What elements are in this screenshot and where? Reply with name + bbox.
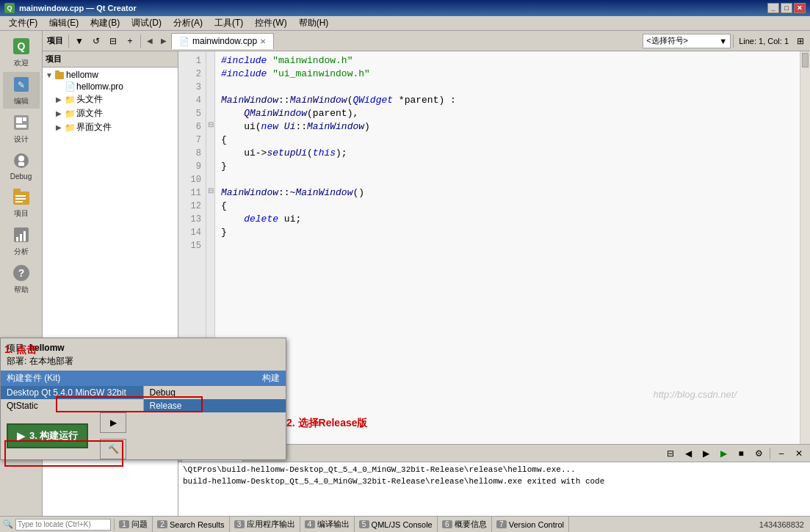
- window-controls[interactable]: _ □ ✕: [767, 3, 806, 13]
- popup-kit-qtstatic[interactable]: QtStatic: [1, 399, 144, 412]
- output-toolbar-btn-2[interactable]: ◀: [680, 445, 696, 462]
- toolbar-sep-3: [733, 34, 734, 48]
- locate-input[interactable]: [15, 519, 111, 531]
- symbol-selector[interactable]: <选择符号> ▼: [643, 34, 731, 48]
- popup-run-only-btn[interactable]: ▶: [100, 412, 126, 433]
- status-num-vc: 7: [496, 520, 507, 528]
- editor-tab-mainwindow[interactable]: 📄 mainwindow.cpp ✕: [171, 33, 274, 49]
- output-sep: [770, 448, 770, 459]
- popup-kit-desktop[interactable]: Desktop Qt 5.4.0 MinGW 32bit: [1, 386, 144, 399]
- tree-headers-name: 头文件: [76, 93, 103, 106]
- status-tab-search[interactable]: 2 Search Results: [153, 517, 230, 532]
- project-tree: ▼ hellomw 📄 hellomw.pro ▶ 📁: [43, 68, 178, 532]
- sidebar-label-design: 设计: [14, 134, 29, 145]
- status-tab-qml[interactable]: 5 QML/JS Console: [355, 517, 438, 532]
- menu-bar: 文件(F) 编辑(E) 构建(B) 调试(D) 分析(A) 工具(T) 控件(W…: [0, 16, 810, 31]
- svg-rect-10: [18, 162, 24, 166]
- menu-build[interactable]: 构建(B): [84, 16, 126, 30]
- svg-rect-7: [16, 125, 26, 128]
- tree-sources[interactable]: ▶ 📁 源文件: [44, 106, 176, 120]
- popup-build-label: 构建: [262, 372, 280, 385]
- output-options-btn[interactable]: ⚙: [751, 445, 767, 462]
- output-toolbar-btn-3[interactable]: ▶: [698, 445, 714, 462]
- popup-deploy-label: 部署: 在本地部署: [7, 356, 73, 366]
- tree-sources-name: 源文件: [76, 107, 103, 120]
- line-col-display: Line: 1, Col: 1: [736, 37, 792, 45]
- tree-pro-file[interactable]: 📄 hellomw.pro: [44, 81, 176, 92]
- tab-nav-right[interactable]: ▶: [157, 34, 170, 48]
- menu-tools[interactable]: 工具(T): [209, 16, 249, 30]
- svg-rect-14: [15, 198, 26, 200]
- minimize-button[interactable]: _: [767, 3, 779, 13]
- popup-extra-btns: ▶ 🔨: [100, 412, 126, 459]
- run-icon: ▶: [17, 430, 25, 442]
- output-close-btn[interactable]: ✕: [791, 445, 807, 462]
- tab-close-icon[interactable]: ✕: [260, 37, 266, 45]
- menu-help[interactable]: 帮助(H): [293, 16, 335, 30]
- status-num-appout: 3: [234, 520, 245, 528]
- editor-vscrollbar[interactable]: [800, 51, 810, 444]
- sidebar-item-analyze[interactable]: 分析: [3, 222, 40, 259]
- popup-build-debug[interactable]: Debug: [144, 386, 286, 399]
- collapse-11[interactable]: ⊟: [206, 186, 214, 200]
- sidebar-item-edit[interactable]: ✎ 编辑: [3, 72, 40, 109]
- sidebar-label-edit: 编辑: [14, 96, 29, 106]
- sidebar-label-debug: Debug: [10, 172, 32, 181]
- svg-rect-12: [13, 189, 21, 193]
- toolbar-split-btn[interactable]: ⊞: [792, 33, 809, 49]
- svg-rect-5: [16, 117, 22, 123]
- tree-sources-arrow: ▶: [56, 109, 65, 117]
- sidebar-item-project[interactable]: 项目: [3, 184, 40, 221]
- maximize-button[interactable]: □: [781, 3, 792, 13]
- status-tab-appout[interactable]: 3 应用程序输出: [230, 517, 300, 532]
- toolbar-sync-btn[interactable]: ↺: [88, 33, 104, 49]
- sidebar-label-project: 项目: [14, 208, 29, 219]
- popup-kit-row-1: Desktop Qt 5.4.0 MinGW 32bit Debug: [1, 386, 286, 399]
- close-button[interactable]: ✕: [794, 3, 806, 13]
- edit-icon: ✎: [11, 74, 32, 95]
- status-right-text: 1434368832: [753, 520, 810, 529]
- menu-controls[interactable]: 控件(W): [249, 16, 292, 30]
- search-icon: 🔍: [3, 520, 13, 529]
- status-tab-vc[interactable]: 7 Version Control: [492, 517, 569, 532]
- tab-nav-left[interactable]: ◀: [143, 34, 156, 48]
- svg-rect-19: [23, 231, 26, 241]
- app-icon: Q: [4, 3, 15, 13]
- editor-scroll-thumb[interactable]: [802, 53, 809, 68]
- tree-root[interactable]: ▼ hellomw: [44, 69, 176, 81]
- menu-edit[interactable]: 编辑(E): [43, 16, 84, 30]
- code-content[interactable]: #include "mainwindow.h" #include "ui_mai…: [215, 51, 800, 444]
- output-stop-btn[interactable]: ■: [733, 445, 749, 462]
- toolbar-add-btn[interactable]: +: [122, 33, 138, 49]
- tree-ui-arrow: ▶: [56, 123, 65, 131]
- sidebar-item-debug[interactable]: Debug: [3, 148, 40, 183]
- tree-headers[interactable]: ▶ 📁 头文件: [44, 92, 176, 106]
- sidebar-item-welcome[interactable]: Q 欢迎: [3, 34, 40, 70]
- output-toolbar-btn-1[interactable]: ⊟: [662, 445, 679, 462]
- annotation-step2: 2. 选择Release版: [286, 417, 368, 430]
- tree-ui[interactable]: ▶ 📁 界面文件: [44, 120, 176, 134]
- menu-file[interactable]: 文件(F): [3, 16, 43, 30]
- tree-root-arrow: ▼: [46, 71, 54, 79]
- toolbar-filter-btn[interactable]: ▼: [71, 33, 87, 49]
- toolbar-collapse-btn[interactable]: ⊟: [105, 33, 121, 49]
- status-label-compile: 编译输出: [317, 519, 350, 530]
- project-toolbar: 项目: [43, 51, 178, 68]
- status-tab-issues[interactable]: 1 问题: [115, 517, 153, 532]
- status-tab-compile[interactable]: 4 编译输出: [300, 517, 355, 532]
- menu-debug[interactable]: 调试(D): [126, 16, 167, 30]
- output-run-btn[interactable]: ▶: [715, 445, 731, 462]
- popup-build-release[interactable]: Release: [144, 399, 286, 412]
- sidebar-item-design[interactable]: 设计: [3, 110, 40, 147]
- output-minimize-btn[interactable]: –: [773, 445, 789, 462]
- popup-build-run-button[interactable]: ▶ 3. 构建运行: [7, 423, 88, 448]
- menu-analyze[interactable]: 分析(A): [167, 16, 209, 30]
- collapse-6[interactable]: ⊟: [206, 120, 214, 134]
- popup-build-only-btn[interactable]: 🔨: [100, 439, 126, 459]
- status-tab-summary[interactable]: 6 概要信息: [438, 517, 492, 532]
- sidebar-item-help[interactable]: ? 帮助: [3, 260, 40, 297]
- tree-headers-arrow: ▶: [56, 95, 65, 103]
- status-label-issues: 问题: [131, 519, 148, 530]
- help-icon: ?: [11, 263, 32, 283]
- analyze-icon: [11, 225, 32, 245]
